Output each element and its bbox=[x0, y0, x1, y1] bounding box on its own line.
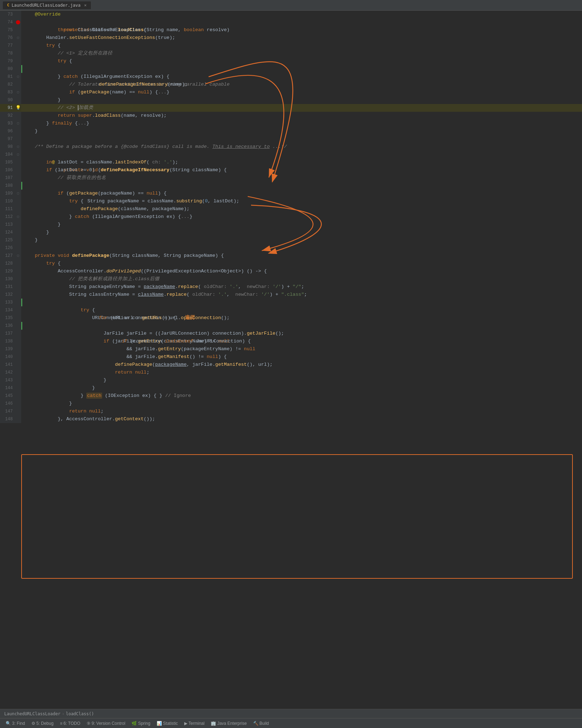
title-bar: C LaunchedURLClassLoader.java × bbox=[0, 0, 582, 11]
bottom-bar: 🔍 3: Find ⚙ 5: Debug ≡ 6: TODO ⑨ 9: Vers… bbox=[0, 718, 582, 728]
bottom-java-enterprise[interactable]: 🏢 Java Enterprise bbox=[208, 720, 249, 727]
fold-icon-83[interactable]: ▢ bbox=[17, 88, 19, 96]
code-line-136: 136 if (connection instanceof JarURLConn… bbox=[0, 322, 582, 330]
todo-icon: ≡ bbox=[60, 721, 62, 726]
code-line-108: 108 String packageName = className.subst… bbox=[0, 182, 582, 190]
editor-tab[interactable]: C LaunchedURLClassLoader.java × bbox=[3, 1, 91, 9]
spring-icon: 🌿 bbox=[132, 721, 137, 726]
code-line-111: 111 definePackage(className, packageName… bbox=[0, 205, 582, 213]
bottom-vcs[interactable]: ⑨ 9: Version Control bbox=[84, 720, 128, 727]
line-number-73: 73 bbox=[0, 11, 15, 18]
code-line-142: 142 return null; bbox=[0, 369, 582, 376]
gutter-73 bbox=[15, 11, 21, 18]
code-line-126: 126 bbox=[0, 244, 582, 252]
statistic-label: Statistic bbox=[163, 721, 178, 726]
fold-icon-109[interactable]: ▢ bbox=[17, 190, 19, 197]
code-line-128: 128 try { bbox=[0, 260, 582, 267]
statistic-icon: 📊 bbox=[157, 721, 162, 726]
code-line-146: 146 } bbox=[0, 400, 582, 408]
code-line-90: 90 } bbox=[0, 96, 582, 104]
bottom-todo[interactable]: ≡ 6: TODO bbox=[57, 720, 83, 727]
code-line-125: 125 } bbox=[0, 236, 582, 244]
code-line-74: 74 protected Class<?> loadClass(String n… bbox=[0, 18, 582, 26]
fold-icon-76[interactable]: ▢ bbox=[17, 34, 19, 42]
code-line-107: 107 // 获取类所在的包名 bbox=[0, 174, 582, 182]
code-line-106: 106 if (lastDot >= 0) { bbox=[0, 166, 582, 174]
code-editor[interactable]: 73 @Override 74 protected Class<?> loadC… bbox=[0, 11, 582, 715]
code-74: protected Class<?> loadClass(String name… bbox=[21, 18, 582, 26]
code-line-83: 83 ▢ if (getPackage(name) == null) {...} bbox=[0, 88, 582, 96]
code-line-140: 140 && jarFile.getManifest() != null) { bbox=[0, 353, 582, 361]
breadcrumb: LaunchedURLClassLoader › loadClass() bbox=[0, 709, 582, 718]
code-line-75: 75 throws ClassNotFoundException { bbox=[0, 26, 582, 34]
code-line-73: 73 @Override bbox=[0, 11, 582, 18]
code-line-91: 91 💡 // <2> 加载类 bbox=[0, 104, 582, 112]
debug-icon: ⚙ bbox=[31, 721, 35, 726]
find-label: 3: Find bbox=[12, 721, 25, 726]
code-line-124: 124 } bbox=[0, 229, 582, 236]
terminal-label: Terminal bbox=[188, 721, 204, 726]
code-line-137: 137 JarFile jarFile = ((JarURLConnection… bbox=[0, 330, 582, 337]
tab-file-icon: C bbox=[7, 3, 10, 7]
code-line-105: 105 int lastDot = className.lastIndexOf(… bbox=[0, 158, 582, 166]
code-line-79: 79 try { bbox=[0, 57, 582, 65]
code-line-145: 145 } catch (IOException ex) { } // Igno… bbox=[0, 392, 582, 400]
code-line-133: 133 for (URL url : getURLs()) { 遍历 bbox=[0, 299, 582, 306]
close-icon[interactable]: × bbox=[84, 3, 87, 8]
java-enterprise-icon: 🏢 bbox=[211, 721, 216, 726]
code-line-129: 129 AccessController.doPrivileged((Privi… bbox=[0, 267, 582, 275]
fold-icon-98[interactable]: ▢ bbox=[17, 143, 19, 151]
fold-icon-127[interactable]: ▢ bbox=[17, 252, 19, 260]
build-label: Build bbox=[260, 721, 269, 726]
fold-icon-104[interactable]: ▢ bbox=[17, 151, 19, 158]
bottom-statistic[interactable]: 📊 Statistic bbox=[154, 720, 181, 727]
tab-filename: LaunchedURLClassLoader.java bbox=[12, 3, 81, 8]
spring-label: Spring bbox=[138, 721, 150, 726]
code-line-113: 113 } bbox=[0, 221, 582, 229]
code-line-78: 78 // <1> 定义包所在路径 bbox=[0, 50, 582, 57]
code-line-141: 141 definePackage(packageName, jarFile.g… bbox=[0, 361, 582, 369]
breadcrumb-method[interactable]: loadClass() bbox=[66, 711, 94, 716]
debug-label: 5: Debug bbox=[36, 721, 54, 726]
code-line-80: 80 definePackageIfNecessary(name); bbox=[0, 65, 582, 73]
line-number-91: 91 bbox=[0, 104, 15, 112]
terminal-icon: ▶ bbox=[184, 721, 187, 726]
bottom-debug[interactable]: ⚙ 5: Debug bbox=[29, 720, 57, 727]
line-number-74: 74 bbox=[0, 18, 15, 26]
code-line-131: 131 String packageEntryName = packageNam… bbox=[0, 283, 582, 291]
fold-icon-112[interactable]: ▢ bbox=[17, 213, 19, 221]
code-line-109: 109 ▢ if (getPackage(packageName) == nul… bbox=[0, 190, 582, 197]
code-73: @Override bbox=[21, 11, 582, 18]
code-line-96: 96 } bbox=[0, 127, 582, 135]
code-line-143: 143 } bbox=[0, 376, 582, 384]
java-enterprise-label: Java Enterprise bbox=[217, 721, 246, 726]
code-line-92: 92 return super.loadClass(name, resolve)… bbox=[0, 112, 582, 120]
breadcrumb-separator: › bbox=[62, 711, 64, 716]
code-line-148: 148 }, AccessController.getContext()); bbox=[0, 415, 582, 423]
vcs-icon: ⑨ bbox=[87, 721, 91, 726]
find-icon: 🔍 bbox=[6, 721, 11, 726]
code-line-139: 139 && jarFile.getEntry(packageEntryName… bbox=[0, 345, 582, 353]
code-line-97: 97 bbox=[0, 135, 582, 143]
code-line-147: 147 return null; bbox=[0, 408, 582, 415]
code-line-76: 76 ▢ Handler.setUseFastConnectionExcepti… bbox=[0, 34, 582, 42]
code-line-93: 93 ▢ } finally {...} bbox=[0, 120, 582, 127]
bottom-terminal[interactable]: ▶ Terminal bbox=[181, 720, 207, 727]
fold-icon-81[interactable]: ▢ bbox=[17, 73, 19, 81]
code-line-134: 134 try { bbox=[0, 306, 582, 314]
breakpoint-74[interactable] bbox=[16, 20, 20, 24]
fold-icon-93[interactable]: ▢ bbox=[17, 120, 19, 127]
bottom-spring[interactable]: 🌿 Spring bbox=[129, 720, 153, 727]
todo-label: 6: TODO bbox=[63, 721, 80, 726]
bottom-build[interactable]: 🔨 Build bbox=[250, 720, 272, 727]
code-line-130: 130 // 把类名解析成路径并加上.class后缀 bbox=[0, 275, 582, 283]
code-line-144: 144 } bbox=[0, 384, 582, 392]
breadcrumb-class[interactable]: LaunchedURLClassLoader bbox=[4, 711, 60, 716]
gutter-74 bbox=[15, 18, 21, 26]
bottom-find[interactable]: 🔍 3: Find bbox=[3, 720, 28, 727]
code-line-98: 98 ▢ /** Define a package before a {@cod… bbox=[0, 143, 582, 151]
code-line-104: 104 ▢ @ private void definePackageIfNece… bbox=[0, 151, 582, 158]
code-line-127: 127 ▢ private void definePackage(String … bbox=[0, 252, 582, 260]
warning-icon-91: 💡 bbox=[16, 104, 21, 112]
vcs-label: 9: Version Control bbox=[92, 721, 125, 726]
